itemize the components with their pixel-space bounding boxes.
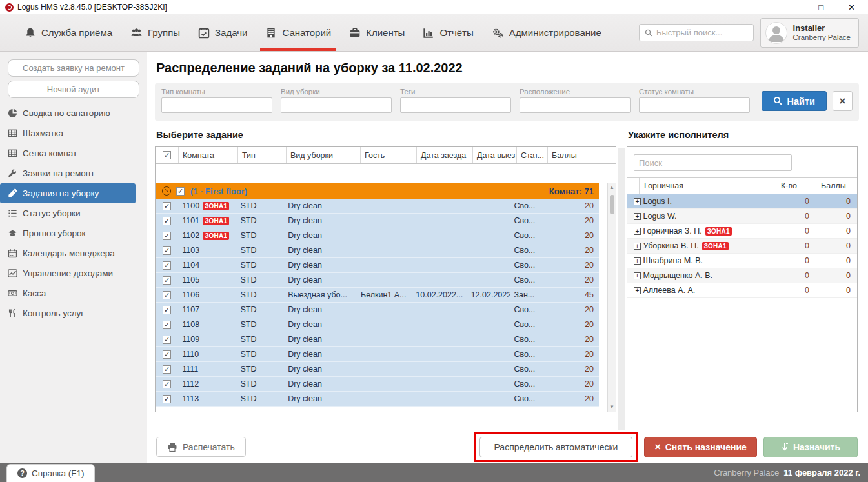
column-header-departure-date[interactable]: Дата выез...: [473, 147, 517, 163]
column-header-points[interactable]: Баллы: [816, 178, 857, 194]
assignee-row[interactable]: + Logus I.00: [627, 194, 857, 209]
task-row[interactable]: ✓1107STDDry cleanСво...20: [156, 303, 599, 317]
select-all-checkbox[interactable]: ✓: [163, 151, 171, 159]
task-row[interactable]: ✓1103STDDry cleanСво...20: [156, 243, 599, 258]
task-row[interactable]: ✓1108STDDry cleanСво...20: [156, 317, 599, 332]
expand-plus-icon[interactable]: +: [634, 198, 641, 205]
sidebar-item-revenue-management[interactable]: Управление доходами: [0, 263, 136, 283]
assignee-row[interactable]: + Уборкина В. П.ЗОНА100: [627, 239, 857, 254]
row-checkbox[interactable]: ✓: [163, 395, 171, 403]
auto-assign-button[interactable]: Распределить автоматически: [479, 437, 633, 457]
column-header-cleaning-type[interactable]: Вид уборки: [287, 147, 361, 163]
row-checkbox[interactable]: ✓: [163, 276, 171, 285]
minimize-button[interactable]: —: [785, 3, 794, 12]
column-header-arrival-date[interactable]: Дата заезда: [417, 147, 473, 163]
row-checkbox[interactable]: ✓: [163, 202, 171, 210]
expand-plus-icon[interactable]: +: [634, 257, 641, 265]
sidebar-item-repair-requests[interactable]: Заявки на ремонт: [0, 163, 136, 183]
scrollbar-thumb[interactable]: [610, 195, 614, 214]
assign-button[interactable]: Назначить: [763, 437, 858, 457]
scroll-up-icon[interactable]: ▲: [609, 183, 614, 192]
task-row[interactable]: ✓1102ЗОНА1STDDry cleanСво...20: [156, 228, 599, 243]
filter-input-room-status[interactable]: [639, 97, 750, 113]
task-row[interactable]: ✓1110STDDry cleanСво...20: [156, 347, 599, 362]
nav-item-front-desk[interactable]: Служба приёма: [15, 14, 121, 51]
sidebar-item-cleaning-forecast[interactable]: Прогноз уборок: [0, 223, 136, 243]
row-checkbox[interactable]: ✓: [163, 291, 171, 299]
column-header-room[interactable]: Комната: [179, 147, 238, 163]
nav-item-groups[interactable]: Группы: [121, 14, 189, 51]
task-row[interactable]: ✓1113STDDry cleanСво...20: [156, 392, 599, 407]
row-checkbox[interactable]: ✓: [163, 306, 171, 314]
column-header-guest[interactable]: Гость: [361, 147, 417, 163]
floor-group-row[interactable]: ↘ ✓ (1 - First floor) Комнат: 71: [156, 183, 599, 199]
task-row[interactable]: ✓1100ЗОНА1STDDry cleanСво...20: [156, 199, 599, 214]
row-checkbox[interactable]: ✓: [163, 336, 171, 344]
find-button[interactable]: Найти: [762, 91, 827, 111]
group-checkbox[interactable]: ✓: [176, 187, 185, 196]
column-header-maid[interactable]: Горничная: [639, 178, 776, 194]
row-checkbox[interactable]: ✓: [163, 365, 171, 374]
expand-plus-icon[interactable]: +: [634, 287, 641, 294]
assignee-row[interactable]: + Logus W.00: [627, 209, 857, 224]
sidebar-item-sanatorium-summary[interactable]: Сводка по санаторию: [0, 103, 136, 123]
assignee-row[interactable]: + Модрыщенко А. В.00: [627, 268, 857, 283]
collapse-group-icon[interactable]: ↘: [162, 186, 171, 196]
assignee-search-input[interactable]: [634, 154, 792, 171]
maximize-button[interactable]: □: [818, 3, 823, 12]
expand-plus-icon[interactable]: +: [634, 228, 641, 235]
quick-search-input[interactable]: [656, 28, 748, 37]
nav-item-sanatorium[interactable]: Санаторий: [256, 14, 340, 51]
pane-splitter[interactable]: [618, 148, 625, 430]
sidebar-item-manager-calendar[interactable]: Календарь менеджера: [0, 243, 136, 263]
row-checkbox[interactable]: ✓: [163, 350, 171, 359]
row-checkbox[interactable]: ✓: [163, 261, 171, 270]
scroll-down-icon[interactable]: ▼: [609, 403, 614, 412]
expand-plus-icon[interactable]: +: [634, 272, 641, 279]
close-button[interactable]: ✕: [848, 3, 855, 12]
task-row[interactable]: ✓1106STDВыездная убо...Белкин1 А...10.02…: [156, 288, 599, 303]
column-header-status[interactable]: Стат...: [517, 147, 548, 163]
print-button[interactable]: Распечатать: [156, 437, 246, 457]
sidebar-item-room-grid[interactable]: Сетка комнат: [0, 143, 136, 163]
column-header-points[interactable]: Баллы: [548, 147, 607, 163]
expand-plus-icon[interactable]: +: [634, 243, 641, 250]
assignee-row[interactable]: + Аллеева А. А.00: [627, 283, 857, 298]
task-row[interactable]: ✓1104STDDry cleanСво...20: [156, 258, 599, 273]
expand-plus-icon[interactable]: +: [634, 213, 641, 220]
row-checkbox[interactable]: ✓: [163, 217, 171, 225]
row-checkbox[interactable]: ✓: [163, 246, 171, 255]
sidebar-item-cleaning-status[interactable]: Статус уборки: [0, 203, 136, 223]
user-menu[interactable]: installer Cranberry Palace: [760, 18, 859, 48]
column-header-type[interactable]: Тип: [238, 147, 287, 163]
filter-input-tags[interactable]: [400, 97, 511, 113]
task-row[interactable]: ✓1109STDDry cleanСво...20: [156, 332, 599, 347]
row-checkbox[interactable]: ✓: [163, 321, 171, 329]
tasks-scrollbar[interactable]: ▲ ▼: [607, 183, 616, 412]
assignee-row[interactable]: + Швабрина М. В.00: [627, 254, 857, 268]
filter-input-room-type[interactable]: [161, 97, 272, 113]
column-header-count[interactable]: К-во: [776, 178, 816, 194]
task-row[interactable]: ✓1105STDDry cleanСво...20: [156, 273, 599, 288]
clear-filters-button[interactable]: ×: [833, 91, 853, 111]
sidebar-item-service-control[interactable]: Контроль услуг: [0, 303, 136, 323]
row-checkbox[interactable]: ✓: [163, 232, 171, 240]
task-row[interactable]: ✓1112STDDry cleanСво...20: [156, 377, 599, 392]
row-checkbox[interactable]: ✓: [163, 380, 171, 388]
help-button[interactable]: ? Справка (F1): [6, 464, 95, 482]
task-row[interactable]: ✓1111STDDry cleanСво...20: [156, 362, 599, 377]
unassign-button[interactable]: × Снять назначение: [644, 437, 756, 457]
create-repair-request-button[interactable]: Создать заявку на ремонт: [8, 59, 139, 77]
assignee-row[interactable]: + Горничная З. П.ЗОНА100: [627, 224, 857, 239]
sidebar-item-cash-desk[interactable]: Касса: [0, 283, 136, 303]
sidebar-item-chessboard[interactable]: Шахматка: [0, 123, 136, 143]
nav-item-administration[interactable]: Администрирование: [483, 14, 611, 51]
nav-item-clients[interactable]: Клиенты: [340, 14, 414, 51]
sidebar-item-cleaning-tasks[interactable]: Задания на уборку: [0, 183, 136, 203]
nav-item-tasks[interactable]: Задачи: [189, 14, 256, 51]
filter-input-location[interactable]: [520, 97, 631, 113]
filter-input-cleaning-type[interactable]: [281, 97, 392, 113]
task-row[interactable]: ✓1101ЗОНА1STDDry cleanСво...20: [156, 214, 599, 228]
night-audit-button[interactable]: Ночной аудит: [8, 81, 139, 98]
nav-item-reports[interactable]: Отчёты: [414, 14, 482, 51]
